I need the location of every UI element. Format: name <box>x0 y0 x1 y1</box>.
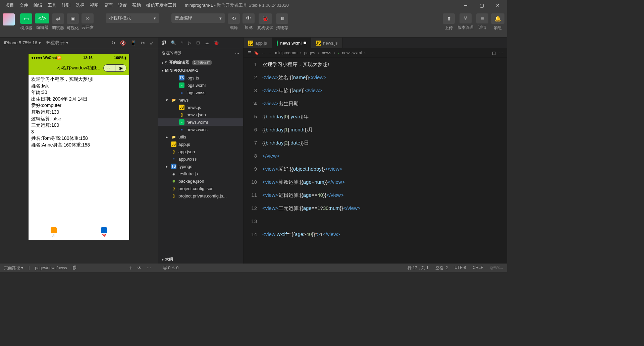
bookmark-icon[interactable]: 🔖 <box>254 51 259 55</box>
debug-icon[interactable]: ▷ <box>188 40 192 45</box>
refresh-icon[interactable]: ↻ <box>111 40 115 46</box>
gutter-icon[interactable]: ☰ <box>248 51 251 55</box>
compile-button[interactable]: ↻ <box>228 13 240 24</box>
detail-button[interactable]: ≡ <box>476 13 488 23</box>
tab-news-js[interactable]: JSnews.js <box>311 38 343 48</box>
crumb[interactable]: ... <box>368 51 372 55</box>
tree-item-typings[interactable]: ▸TStypings <box>158 163 243 170</box>
popout-icon[interactable]: ⤢ <box>150 40 154 46</box>
editor-button[interactable]: </> <box>35 13 49 23</box>
debugger-button[interactable]: ⇄ <box>52 13 64 24</box>
tree-item-project-config-json[interactable]: {}project.config.json <box>158 185 243 192</box>
outline-section[interactable]: ▸ 大纲 <box>158 255 243 264</box>
menu-help[interactable]: 帮助 <box>129 1 144 10</box>
crumb[interactable]: news <box>322 51 331 55</box>
close-icon[interactable]: ✕ <box>491 3 504 8</box>
menu-project[interactable]: 项目 <box>3 1 17 10</box>
preview-button[interactable]: 👁 <box>243 13 255 23</box>
branch-icon[interactable]: ⑂ <box>181 40 183 45</box>
project-section[interactable]: ▾ MINIPROGRAM-1 <box>158 67 243 74</box>
breadcrumb[interactable]: ☰ 🔖 ← → miniprogram› pages› news› ▫news.… <box>244 48 507 58</box>
hotreload-toggle[interactable]: 热重载 开 ▾ <box>46 40 68 46</box>
more-icon[interactable]: ⋯ <box>499 51 503 55</box>
tree-item-news[interactable]: ▾📂news <box>158 96 243 104</box>
search-icon[interactable]: 🔍 <box>171 40 176 45</box>
cursor-pos[interactable]: 行 17，列 1 <box>408 265 429 271</box>
encoding[interactable]: UTF-8 <box>454 265 466 271</box>
bug-icon[interactable]: 🐞 <box>214 40 219 45</box>
device-selector[interactable]: iPhone 5 75% 16 ▾ <box>4 40 41 45</box>
clear-cache-button[interactable]: ≋ <box>276 13 288 24</box>
upload-button[interactable]: ⬆ <box>443 13 455 24</box>
message-button[interactable]: 🔔 <box>491 13 504 24</box>
phone-icon[interactable]: 📱 <box>130 40 136 46</box>
debugger-label: 调试器 <box>52 25 64 31</box>
menu-goto[interactable]: 转到 <box>59 1 73 10</box>
back-icon[interactable]: ← <box>262 51 266 55</box>
mute-icon[interactable]: 🔇 <box>120 40 126 46</box>
ext-icon[interactable]: ⊞ <box>196 40 200 45</box>
content-line: 出生日期: 2004年 2月 14日 <box>31 96 126 103</box>
split-icon[interactable]: ◫ <box>492 51 496 55</box>
more-icon[interactable]: ⋯ <box>147 266 151 270</box>
phone-content: 欢迎学习小程序，实现大梦想! 姓名:lwk 年龄:30 出生日期: 2004年 … <box>29 75 129 225</box>
menu-select[interactable]: 选择 <box>73 1 87 10</box>
menu-file[interactable]: 文件 <box>17 1 31 10</box>
eol[interactable]: CRLF <box>473 265 483 271</box>
indent[interactable]: 空格: 2 <box>435 265 448 271</box>
path-value[interactable]: pages/news/news <box>35 266 67 270</box>
remote-debug-button[interactable]: 🐞 <box>259 13 272 24</box>
eye-icon[interactable]: 👁 <box>138 266 142 270</box>
tree-item-app-wxss[interactable]: ≡app.wxss <box>158 155 243 163</box>
forward-icon[interactable]: → <box>268 51 272 55</box>
compile-mode-dropdown[interactable]: 普通编译▾ <box>171 13 225 23</box>
tree-item-news-wxss[interactable]: ≡news.wxss <box>158 126 243 133</box>
tree-item-news-wxml[interactable]: ▫news.wxml <box>158 118 243 126</box>
tree-item--eslintrc-js[interactable]: ◉.eslintrc.js <box>158 170 243 177</box>
copy-icon[interactable]: 🗐 <box>72 266 76 270</box>
menu-tools[interactable]: 工具 <box>45 1 59 10</box>
tree-item-logs-wxss[interactable]: ≡logs.wxss <box>158 89 243 96</box>
tree-item-app-json[interactable]: {}app.json <box>158 148 243 155</box>
tree-item-project-private-config-js---[interactable]: {}project.private.config.js... <box>158 192 243 199</box>
problems[interactable]: ⓧ 0 ⚠ 0 <box>163 265 178 271</box>
menu-edit[interactable]: 编辑 <box>31 1 45 10</box>
tree-item-app-js[interactable]: JSapp.js <box>158 140 243 148</box>
menu-devtools[interactable]: 微信开发者工具 <box>144 1 179 10</box>
tab-ps[interactable]: PS <box>79 225 129 240</box>
tab-news-wxml[interactable]: ▫news.wxml <box>272 38 311 48</box>
tree-item-news-json[interactable]: {}news.json <box>158 111 243 118</box>
menu-interface[interactable]: 界面 <box>101 1 115 10</box>
version-button[interactable]: ⑂ <box>460 13 472 23</box>
upload-label: 上传 <box>445 25 453 31</box>
capsule-menu-icon[interactable]: ⋯ <box>104 65 115 71</box>
crumb[interactable]: news.wxml <box>342 51 362 55</box>
visual-button[interactable]: ▣ <box>67 13 79 24</box>
tab-app-js[interactable]: JSapp.js <box>244 38 272 48</box>
db-icon[interactable]: ☁ <box>205 40 209 45</box>
tree-item-logs-wxml[interactable]: ▫logs.wxml <box>158 81 243 89</box>
tree-item-package-json[interactable]: ⬢package.json <box>158 177 243 185</box>
ruler-icon[interactable]: ⊹ <box>129 266 132 270</box>
mode-dropdown[interactable]: 小程序模式▾ <box>106 13 159 23</box>
capsule-close-icon[interactable]: ◉ <box>115 65 126 71</box>
avatar[interactable] <box>3 13 15 25</box>
tree-item-news-js[interactable]: JSnews.js <box>158 104 243 111</box>
cut-icon[interactable]: ✂ <box>141 40 145 46</box>
menu-settings[interactable]: 设置 <box>115 1 129 10</box>
code-editor[interactable]: 1234567891011121314 欢迎学习小程序，实现大梦想!<view>… <box>244 58 507 264</box>
tree-item-logs-ts[interactable]: TSlogs.ts <box>158 74 243 81</box>
menu-view[interactable]: 视图 <box>87 1 101 10</box>
cloud-button[interactable]: ∞ <box>82 13 94 23</box>
more-icon[interactable]: ⋯ <box>235 51 239 56</box>
minimize-icon[interactable]: ─ <box>459 3 472 8</box>
tab-ai[interactable]: Ai <box>29 225 79 240</box>
files-icon[interactable]: 🗐 <box>162 40 166 45</box>
crumb[interactable]: miniprogram <box>275 51 298 55</box>
simulator-button[interactable]: ▭ <box>20 13 32 24</box>
open-editors-section[interactable]: ▸ 打开的编辑器1 个未保存 <box>158 58 243 67</box>
maximize-icon[interactable]: ▢ <box>475 3 488 8</box>
content-line: 爱好:computer <box>31 102 126 109</box>
crumb[interactable]: pages <box>304 51 315 55</box>
tree-item-utils[interactable]: ▸📁utils <box>158 133 243 140</box>
